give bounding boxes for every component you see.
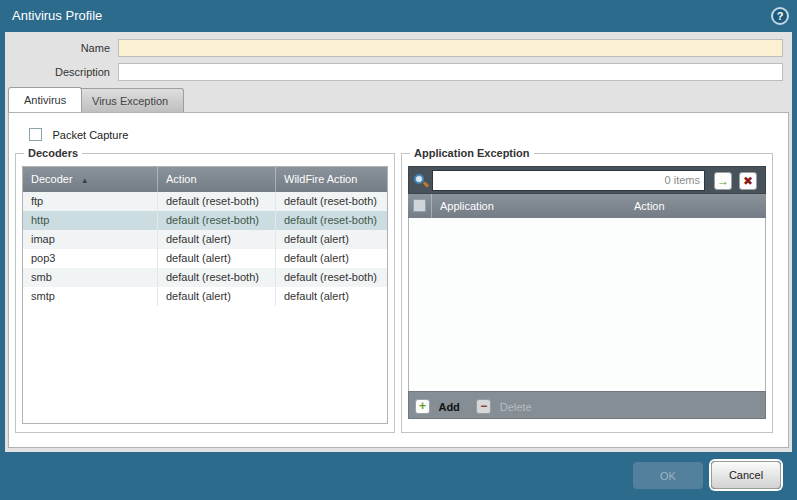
application-search-input[interactable] — [432, 170, 705, 191]
packet-capture-label: Packet Capture — [52, 129, 128, 141]
column-header-application-action[interactable]: Action — [626, 194, 766, 218]
column-header-action[interactable]: Action — [158, 167, 276, 192]
decoders-legend: Decoders — [24, 147, 82, 159]
dialog-titlebar: Antivirus Profile ? — [0, 0, 797, 32]
delete-button-disabled: Delete — [500, 401, 532, 413]
table-row-ftp[interactable]: ftp default (reset-both) default (reset-… — [23, 192, 387, 211]
select-all-cell — [408, 194, 432, 218]
red-x-icon: ✖ — [743, 174, 753, 188]
table-row-pop3[interactable]: pop3 default (alert) default (alert) — [23, 249, 387, 268]
table-row-imap[interactable]: imap default (alert) default (alert) — [23, 230, 387, 249]
tab-antivirus[interactable]: Antivirus — [8, 87, 82, 112]
decoders-table-header: Decoder ▲ Action WildFire Action — [23, 167, 387, 192]
green-arrow-icon: → — [717, 174, 729, 188]
add-button[interactable]: Add — [438, 401, 459, 413]
help-icon[interactable]: ? — [771, 7, 789, 25]
search-icon — [413, 173, 429, 189]
column-header-wildfire-action[interactable]: WildFire Action — [276, 167, 387, 192]
select-all-checkbox[interactable] — [413, 199, 426, 212]
column-header-application[interactable]: Application — [432, 194, 626, 218]
application-table-body — [408, 218, 766, 391]
sort-ascending-icon: ▲ — [81, 176, 89, 185]
packet-capture-checkbox[interactable] — [29, 128, 42, 141]
table-row-smb[interactable]: smb default (reset-both) default (reset-… — [23, 268, 387, 287]
application-exception-panel: Application Exception 0 items → ✖ — [401, 153, 773, 433]
decoders-panel: Decoders Decoder ▲ Action WildFire Actio… — [15, 153, 395, 433]
description-label: Description — [10, 66, 110, 78]
dialog-title: Antivirus Profile — [12, 8, 102, 23]
application-exception-toolbar: 0 items → ✖ — [408, 166, 766, 194]
clear-filter-button[interactable]: ✖ — [739, 172, 757, 190]
delete-icon: − — [476, 399, 491, 414]
application-exception-legend: Application Exception — [410, 147, 534, 159]
tab-virus-exception[interactable]: Virus Exception — [76, 88, 184, 112]
decoders-table: Decoder ▲ Action WildFire Action ftp def… — [22, 166, 388, 424]
table-row-smtp[interactable]: smtp default (alert) default (alert) — [23, 287, 387, 306]
apply-filter-button[interactable]: → — [714, 172, 732, 190]
column-header-decoder[interactable]: Decoder ▲ — [23, 167, 158, 192]
tab-strip: Antivirus Virus Exception — [5, 88, 792, 112]
dialog-footer: OK Cancel — [0, 452, 797, 500]
name-input[interactable] — [118, 39, 783, 57]
application-table-footer: + Add − Delete — [408, 391, 766, 419]
packet-capture-row: Packet Capture — [29, 125, 128, 139]
cancel-button[interactable]: Cancel — [711, 461, 781, 489]
add-icon[interactable]: + — [415, 399, 430, 414]
name-label: Name — [10, 42, 110, 54]
tab-content-antivirus: Packet Capture Decoders Decoder ▲ Action… — [8, 112, 789, 448]
table-row-http[interactable]: http default (reset-both) default (reset… — [23, 211, 387, 230]
dialog-body: Name Description Antivirus Virus Excepti… — [0, 32, 797, 452]
application-table-header: Application Action — [408, 194, 766, 218]
ok-button: OK — [633, 462, 703, 489]
description-input[interactable] — [118, 63, 783, 81]
